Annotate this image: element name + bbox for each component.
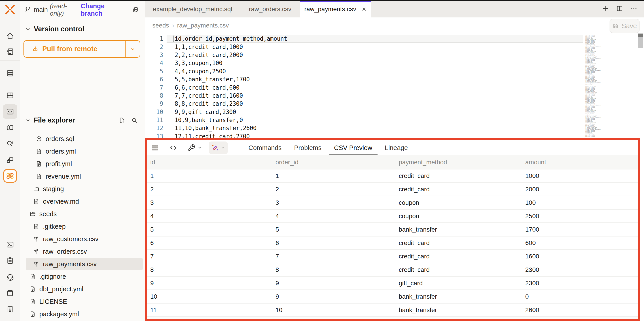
breadcrumb-file[interactable]: raw_payments.csv [177, 22, 229, 29]
code-text[interactable]: 10,9,bank_transfer,0 [166, 116, 583, 124]
file-row[interactable]: dbt_project.yml [26, 283, 143, 295]
code-text[interactable]: 3,3,coupon,100 [166, 59, 583, 67]
code-text[interactable]: 6,6,credit_card,600 [166, 84, 583, 92]
file-row[interactable]: raw_payments.csv [26, 258, 143, 270]
new-file-icon[interactable] [118, 117, 125, 124]
table-row[interactable]: 44coupon2500 [147, 210, 638, 223]
code-text[interactable]: 12,11,credit_card,2700 [166, 132, 583, 138]
editor-tab[interactable]: example_develop_metric.sql [145, 1, 240, 18]
pull-dropdown-toggle[interactable] [126, 41, 140, 57]
table-row[interactable]: 11credit_card1000 [147, 170, 638, 183]
code-line[interactable]: 98,8,credit_card,2300 [145, 100, 583, 108]
ai-atom-icon[interactable] [3, 169, 17, 183]
more-options-icon[interactable] [630, 5, 638, 12]
code-line[interactable]: 21,1,credit_card,1000 [145, 43, 583, 51]
table-row[interactable]: 33coupon100 [147, 196, 638, 210]
file-row[interactable]: profit.yml [26, 158, 143, 170]
code-line[interactable]: 1110,9,bank_transfer,0 [145, 116, 583, 124]
docs-book-icon[interactable] [3, 286, 17, 300]
data-stack-icon[interactable] [3, 66, 17, 80]
clipboard-icon[interactable] [3, 254, 17, 268]
file-row[interactable]: raw_orders.csv [26, 245, 143, 258]
code-line[interactable]: 65,5,bank_transfer,1700 [145, 75, 583, 84]
panel-tab-problems[interactable]: Problems [288, 140, 328, 155]
close-tab-icon[interactable] [361, 6, 367, 12]
table-row[interactable]: 66credit_card600 [147, 236, 638, 250]
panel-tab-lineage[interactable]: Lineage [378, 140, 414, 155]
pull-main-segment[interactable]: Pull from remote [24, 41, 126, 57]
table-row[interactable]: 99gift_card2300 [147, 277, 638, 290]
file-explorer-header[interactable]: File explorer [20, 115, 145, 126]
folder-row[interactable]: seeds [26, 208, 143, 220]
code-editor-icon[interactable] [3, 104, 17, 119]
home-icon[interactable] [3, 29, 17, 43]
app-window-icon[interactable] [3, 120, 17, 135]
support-headset-icon[interactable] [3, 270, 17, 284]
code-editor[interactable]: 1id,order_id,payment_method,amount21,1,c… [145, 34, 644, 138]
table-row[interactable]: 88credit_card2300 [147, 263, 638, 277]
code-text[interactable]: 2,2,credit_card,2000 [166, 51, 583, 59]
table-row[interactable]: 55bank_transfer1700 [147, 223, 638, 236]
split-editor-icon[interactable] [616, 5, 624, 12]
code-text[interactable]: 5,5,bank_transfer,1700 [166, 75, 583, 84]
minimap[interactable]: id,order_id,payment_method,amount 1,1,cr… [586, 35, 605, 138]
panel-tab-csv-preview[interactable]: CSV Preview [328, 140, 378, 155]
save-button[interactable]: Save [610, 19, 640, 33]
search-icon[interactable] [131, 117, 138, 124]
file-row[interactable]: revenue.yml [26, 170, 143, 183]
code-line[interactable]: 54,4,coupon,2500 [145, 67, 583, 75]
editor-tab[interactable]: raw_payments.csv [300, 1, 371, 18]
code-line[interactable]: 32,2,credit_card,2000 [145, 51, 583, 59]
file-name: raw_payments.csv [43, 260, 96, 268]
editor-tab[interactable]: raw_orders.csv [240, 1, 300, 18]
editor-scrollbar[interactable] [638, 34, 643, 48]
file-row[interactable]: packages.yml [26, 308, 143, 320]
table-row[interactable]: 22credit_card2000 [147, 183, 638, 196]
code-line[interactable]: 1312,11,credit_card,2700 [145, 132, 583, 138]
terminal-icon[interactable] [3, 238, 17, 252]
code-text[interactable]: 1,1,credit_card,1000 [166, 43, 583, 51]
table-row[interactable]: 1110bank_transfer2600 [147, 304, 638, 317]
new-tab-icon[interactable] [602, 5, 609, 12]
file-row[interactable]: .gitignore [26, 270, 143, 283]
version-control-header[interactable]: Version control [20, 24, 145, 35]
organization-icon[interactable] [3, 302, 17, 316]
data-search-icon[interactable] [3, 136, 17, 151]
file-row[interactable]: LICENSE [26, 295, 143, 308]
pull-from-remote-button[interactable]: Pull from remote [24, 40, 140, 58]
brand-logo-icon[interactable] [4, 3, 16, 16]
file-row[interactable]: orders.yml [26, 145, 143, 158]
build-tools-button[interactable] [188, 144, 202, 152]
folder-row[interactable]: staging [26, 183, 143, 195]
file-row[interactable]: .gitkeep [26, 220, 143, 233]
code-text[interactable]: 4,4,coupon,2500 [166, 67, 583, 75]
results-table-icon[interactable] [150, 143, 160, 152]
copy-icon[interactable] [132, 6, 139, 13]
file-row[interactable]: raw_customers.csv [26, 233, 143, 245]
column-header: amount [522, 159, 638, 166]
breadcrumb-parent[interactable]: seeds [152, 22, 169, 29]
code-text[interactable]: id,order_id,payment_method,amount [166, 35, 583, 43]
sql-code-icon[interactable] [169, 144, 177, 152]
doc-icon [36, 160, 42, 167]
file-row[interactable]: overview.md [26, 195, 143, 208]
code-line[interactable]: 1id,order_id,payment_method,amount [145, 35, 583, 43]
windows-overlap-icon[interactable] [3, 153, 17, 167]
code-line[interactable]: 87,7,credit_card,1600 [145, 92, 583, 100]
panel-tab-commands[interactable]: Commands [242, 140, 288, 155]
file-row[interactable]: orders.sql [26, 132, 143, 145]
code-line[interactable]: 109,9,gift_card,2300 [145, 108, 583, 116]
code-text[interactable]: 8,8,credit_card,2300 [166, 100, 583, 108]
dashboard-icon[interactable] [3, 88, 17, 102]
change-branch-link[interactable]: Change branch [81, 2, 127, 17]
table-row[interactable]: 109bank_transfer0 [147, 290, 638, 304]
notebook-icon[interactable] [3, 44, 17, 59]
code-text[interactable]: 11,10,bank_transfer,2600 [166, 124, 583, 132]
ai-wand-button[interactable] [209, 142, 228, 154]
code-text[interactable]: 7,7,credit_card,1600 [166, 92, 583, 100]
code-line[interactable]: 1211,10,bank_transfer,2600 [145, 124, 583, 132]
code-line[interactable]: 76,6,credit_card,600 [145, 84, 583, 92]
table-row[interactable]: 77credit_card1600 [147, 250, 638, 263]
code-line[interactable]: 43,3,coupon,100 [145, 59, 583, 67]
code-text[interactable]: 9,9,gift_card,2300 [166, 108, 583, 116]
